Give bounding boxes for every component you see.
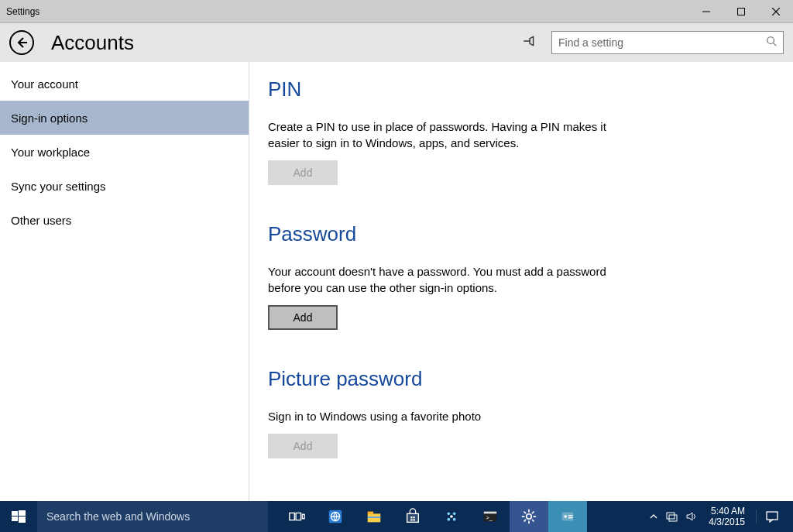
- svg-rect-44: [568, 515, 573, 516]
- svg-rect-42: [562, 513, 574, 521]
- section-pin: PIN Create a PIN to use in place of pass…: [268, 77, 624, 185]
- taskbar-store[interactable]: [393, 501, 432, 532]
- svg-rect-47: [669, 515, 677, 521]
- svg-rect-24: [413, 519, 414, 520]
- taskbar-edge[interactable]: [316, 501, 355, 532]
- taskbar-search[interactable]: Search the web and Windows: [37, 501, 268, 532]
- tray-date: 4/3/2015: [709, 517, 745, 527]
- svg-point-43: [564, 515, 567, 518]
- svg-point-4: [767, 37, 774, 44]
- svg-point-27: [448, 518, 451, 521]
- svg-rect-48: [767, 512, 778, 520]
- content-panel: PIN Create a PIN to use in place of pass…: [249, 62, 793, 501]
- section-desc: Sign in to Windows using a favorite phot…: [268, 408, 624, 424]
- sidebar-item-label: Other users: [11, 214, 71, 227]
- taskbar-search-placeholder: Search the web and Windows: [46, 510, 190, 523]
- section-title: Picture password: [268, 367, 624, 391]
- svg-point-28: [453, 518, 456, 521]
- close-button[interactable]: [758, 0, 793, 22]
- system-tray: 5:40 AM 4/3/2015: [650, 501, 793, 532]
- sidebar-item-your-account[interactable]: Your account: [0, 67, 249, 101]
- svg-line-39: [532, 520, 534, 522]
- taskbar-app-generic-1[interactable]: [432, 501, 471, 532]
- tray-clock[interactable]: 5:40 AM 4/3/2015: [705, 506, 748, 528]
- svg-rect-11: [296, 513, 300, 520]
- svg-rect-7: [19, 510, 26, 516]
- section-desc: Your account doesn't have a password. Yo…: [268, 263, 624, 296]
- password-add-button[interactable]: Add: [268, 305, 338, 330]
- svg-point-29: [450, 515, 453, 518]
- sidebar-item-sign-in-options[interactable]: Sign-in options: [0, 101, 249, 135]
- sidebar-item-label: Your workplace: [11, 146, 90, 159]
- svg-rect-8: [12, 517, 18, 521]
- window-title: Settings: [0, 6, 39, 17]
- tray-action-center[interactable]: [756, 510, 787, 523]
- start-button[interactable]: [0, 501, 37, 532]
- window-titlebar: Settings: [0, 0, 793, 23]
- button-label: Add: [294, 440, 313, 452]
- settings-header: Accounts: [0, 23, 793, 62]
- svg-rect-17: [368, 512, 373, 515]
- window-controls: [688, 0, 793, 22]
- svg-point-33: [527, 514, 531, 519]
- sidebar-item-label: Sign-in options: [11, 112, 88, 125]
- taskbar-task-view[interactable]: [277, 501, 316, 532]
- svg-rect-45: [568, 517, 573, 518]
- tray-volume-icon[interactable]: [685, 510, 698, 523]
- svg-rect-19: [407, 513, 419, 522]
- svg-rect-12: [302, 514, 304, 519]
- section-picture-password: Picture password Sign in to Windows usin…: [268, 367, 624, 458]
- sidebar-item-your-workplace[interactable]: Your workplace: [0, 135, 249, 169]
- svg-rect-10: [290, 513, 294, 520]
- svg-rect-46: [667, 513, 675, 519]
- search-box[interactable]: [551, 31, 784, 54]
- sidebar-item-sync-your-settings[interactable]: Sync your settings: [0, 169, 249, 203]
- taskbar-settings[interactable]: [510, 501, 548, 532]
- svg-line-38: [524, 511, 526, 513]
- taskbar-file-explorer[interactable]: [355, 501, 393, 532]
- svg-rect-6: [12, 511, 18, 516]
- svg-point-25: [448, 513, 451, 516]
- minimize-button[interactable]: [688, 0, 723, 22]
- svg-rect-21: [410, 517, 412, 518]
- section-title: Password: [268, 222, 624, 246]
- search-icon: [766, 36, 777, 50]
- svg-point-26: [453, 513, 456, 516]
- svg-line-41: [532, 511, 534, 513]
- tray-network-icon[interactable]: [665, 510, 678, 523]
- svg-rect-9: [19, 517, 26, 523]
- svg-line-5: [774, 43, 777, 46]
- settings-sidebar: Your account Sign-in options Your workpl…: [0, 62, 249, 501]
- sidebar-item-other-users[interactable]: Other users: [0, 203, 249, 237]
- section-title: PIN: [268, 77, 624, 101]
- back-button[interactable]: [9, 30, 34, 55]
- taskbar: Search the web and Windows >_: [0, 501, 793, 532]
- svg-rect-23: [410, 519, 412, 520]
- taskbar-app-generic-2[interactable]: [548, 501, 587, 532]
- pin-icon[interactable]: [522, 34, 536, 51]
- svg-rect-22: [413, 517, 414, 518]
- search-input[interactable]: [558, 36, 766, 49]
- sidebar-item-label: Your account: [11, 77, 78, 91]
- pin-add-button: Add: [268, 160, 338, 185]
- section-password: Password Your account doesn't have a pas…: [268, 222, 624, 330]
- button-label: Add: [294, 166, 313, 179]
- section-desc: Create a PIN to use in place of password…: [268, 118, 624, 151]
- maximize-button[interactable]: [723, 0, 758, 22]
- tray-chevron-up-icon[interactable]: [650, 513, 657, 520]
- sidebar-item-label: Sync your settings: [11, 180, 106, 193]
- svg-rect-18: [368, 517, 381, 518]
- taskbar-apps: >_: [277, 501, 587, 532]
- svg-rect-1: [737, 8, 744, 15]
- tray-time: 5:40 AM: [709, 506, 745, 517]
- picture-add-button: Add: [268, 434, 338, 458]
- svg-text:>_: >_: [486, 514, 493, 521]
- svg-line-40: [524, 520, 526, 522]
- page-title: Accounts: [51, 31, 134, 55]
- button-label: Add: [294, 311, 313, 324]
- taskbar-cmd[interactable]: >_: [471, 501, 510, 532]
